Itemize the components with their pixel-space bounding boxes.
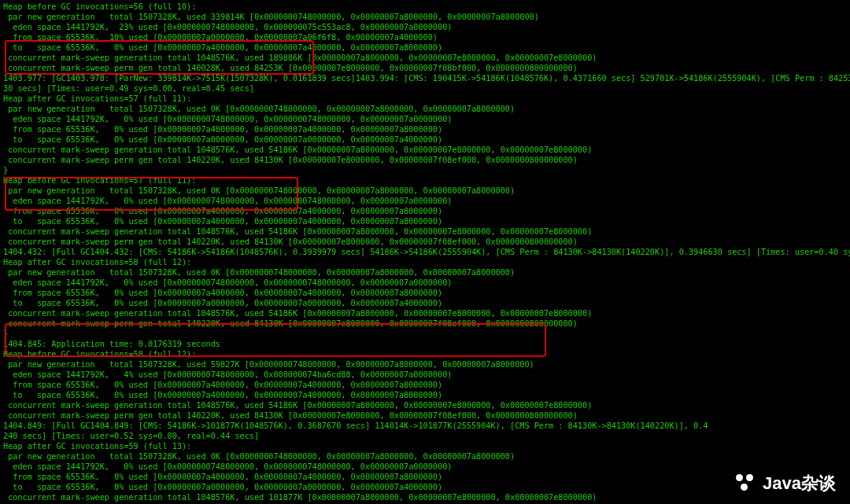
log-line: to space 65536K, 0% used [0x00000007a000…	[3, 482, 847, 492]
watermark-text: Java杂谈	[763, 478, 836, 488]
log-line: }	[3, 329, 847, 339]
log-line: eden space 1441792K, 4% used [0x00000007…	[3, 370, 847, 380]
log-line: Heap after GC invocations=57 (full 11):	[3, 94, 847, 104]
log-line: Heap after GC invocations=58 (full 12):	[3, 257, 847, 267]
log-line: eden space 1441792K, 0% used [0x00000007…	[3, 114, 847, 124]
log-line: par new generation total 1507328K, used …	[3, 267, 847, 278]
log-line: concurrent mark-sweep generation total 1…	[3, 145, 847, 155]
log-line: concurrent mark-sweep perm gen total 140…	[3, 237, 847, 247]
log-line: concurrent mark-sweep perm gen total 140…	[3, 63, 847, 73]
log-line: concurrent mark-sweep generation total 1…	[3, 492, 847, 502]
log-line: Heap before GC invocations=57 (full 11):	[3, 175, 847, 186]
log-line: to space 65536K, 0% used [0x00000007a000…	[3, 134, 847, 145]
log-line: Heap before GC invocations=58 (full 12):	[3, 349, 847, 359]
log-line: eden space 1441792K, 0% used [0x00000007…	[3, 278, 847, 288]
watermark: Java杂谈	[734, 473, 836, 493]
log-line: concurrent mark-sweep perm gen total 140…	[3, 410, 847, 421]
terminal-output: Heap before GC invocations=56 (full 10):…	[0, 0, 850, 504]
log-line: 1403.977: [GC1403.978: [ParNew: 339814K-…	[3, 73, 847, 83]
log-line: from space 65536K, 0% used [0x00000007a4…	[3, 206, 847, 216]
log-line: to space 65536K, 0% used [0x00000007a000…	[3, 298, 847, 308]
log-line: par new generation total 1507328K, used …	[3, 186, 847, 196]
log-line: from space 65536K, 0% used [0x00000007a4…	[3, 288, 847, 298]
log-line: concurrent mark-sweep generation total 1…	[3, 226, 847, 237]
log-line: to space 65536K, 0% used [0x00000007a400…	[3, 390, 847, 400]
log-line: concurrent mark-sweep generation total 1…	[3, 308, 847, 318]
log-line: par new generation total 1507328K, used …	[3, 359, 847, 370]
log-line: from space 65536K, 0% used [0x00000007a4…	[3, 124, 847, 134]
log-line: to space 65536K, 0% used [0x00000007a400…	[3, 216, 847, 226]
log-line: 1404.432: [Full GC1404.432: [CMS: 54186K…	[3, 247, 847, 257]
log-line: eden space 1441792K, 0% used [0x00000007…	[3, 196, 847, 206]
log-line: concurrent mark-sweep perm gen total 140…	[3, 318, 847, 329]
log-line: 240 secs] [Times: user=0.52 sys=0.00, re…	[3, 431, 847, 441]
log-line: eden space 1441792K, 23% used [0x0000000…	[3, 22, 847, 32]
log-line: concurrent mark-sweep perm gen total 140…	[3, 155, 847, 165]
log-line: to space 65536K, 0% used [0x00000007a400…	[3, 42, 847, 53]
log-line: from space 65536K, 10% used [0x00000007a…	[3, 32, 847, 42]
log-line: concurrent mark-sweep generation total 1…	[3, 400, 847, 410]
log-line: par new generation total 1507328K, used …	[3, 451, 847, 462]
log-line: Heap before GC invocations=56 (full 10):	[3, 2, 847, 12]
log-line: concurrent mark-sweep generation total 1…	[3, 53, 847, 63]
log-line: eden space 1441792K, 0% used [0x00000007…	[3, 462, 847, 472]
log-line: }	[3, 165, 847, 175]
log-line: par new generation total 1507328K, used …	[3, 12, 847, 22]
log-line: par new generation total 1507328K, used …	[3, 104, 847, 114]
log-line: from space 65536K, 0% used [0x00000007a4…	[3, 380, 847, 390]
log-line: from space 65536K, 0% used [0x00000007a4…	[3, 472, 847, 482]
log-line: 30 secs] [Times: user=0.49 sys=0.00, rea…	[3, 83, 847, 94]
wechat-icon	[734, 473, 756, 493]
log-line: Heap after GC invocations=59 (full 13):	[3, 441, 847, 451]
log-line: 1404.845: Application time: 0.0176319 se…	[3, 339, 847, 349]
log-line: 1404.849: [Full GC1404.849: [CMS: 54186K…	[3, 421, 847, 431]
